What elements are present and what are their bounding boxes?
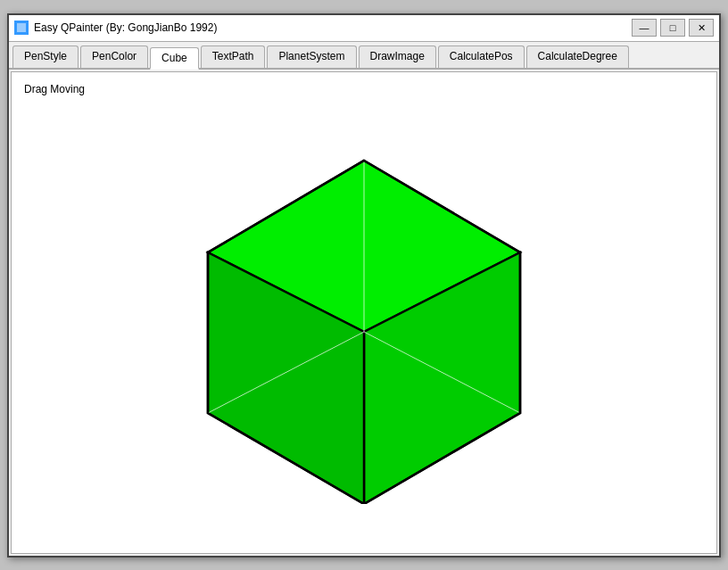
window-controls: — □ ✕ <box>632 19 714 37</box>
tab-penstyle[interactable]: PenStyle <box>12 45 79 68</box>
tab-planetsystem[interactable]: PlanetSystem <box>267 45 356 68</box>
close-button[interactable]: ✕ <box>689 19 714 37</box>
tab-drawimage[interactable]: DrawImage <box>359 45 436 68</box>
svg-rect-1 <box>17 23 26 32</box>
content-area: Drag Moving <box>11 71 717 554</box>
tab-textpath[interactable]: TextPath <box>201 45 266 68</box>
tab-pencolor[interactable]: PenColor <box>80 45 148 68</box>
window-title: Easy QPainter (By: GongJianBo 1992) <box>34 21 632 34</box>
tab-cube[interactable]: Cube <box>150 47 199 70</box>
tab-bar: PenStyle PenColor Cube TextPath PlanetSy… <box>9 42 719 70</box>
tab-calculatedegree[interactable]: CalculateDegree <box>526 45 629 68</box>
cube-container <box>12 72 716 553</box>
app-icon <box>14 21 29 35</box>
title-bar: Easy QPainter (By: GongJianBo 1992) — □ … <box>9 15 719 42</box>
maximize-button[interactable]: □ <box>660 19 685 37</box>
cube-svg <box>159 120 569 504</box>
tab-calculatepos[interactable]: CalculatePos <box>438 45 525 68</box>
main-window: Easy QPainter (By: GongJianBo 1992) — □ … <box>7 13 721 558</box>
minimize-button[interactable]: — <box>632 19 657 37</box>
